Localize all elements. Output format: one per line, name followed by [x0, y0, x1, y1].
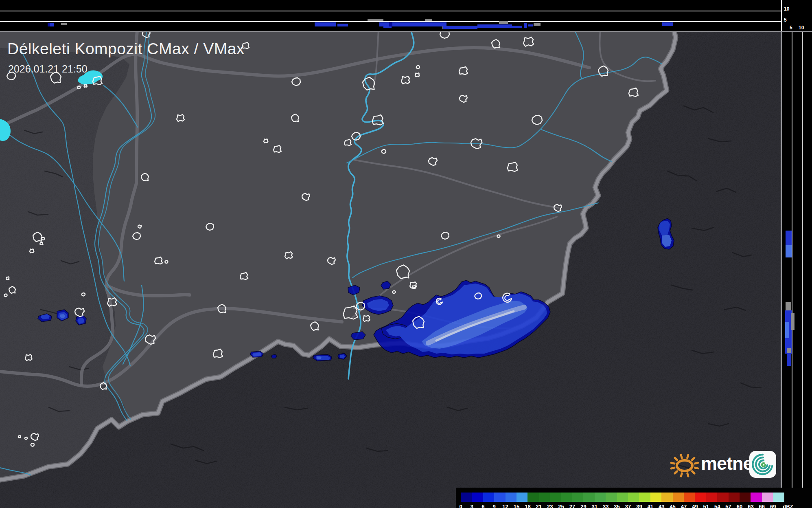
- dbz-color-scale: 0369121518212325272931333537394143454749…: [456, 488, 812, 508]
- echo-top-bar: [528, 24, 533, 26]
- legend-value: 18: [521, 504, 534, 508]
- metnet-app-icon: [749, 451, 777, 479]
- radar-composite-screen: { "header": { "title": "Délkeleti Kompoz…: [0, 0, 812, 508]
- right-axis-label-5: 5: [790, 25, 792, 30]
- sun-ray: [695, 463, 698, 464]
- sun-ray: [671, 463, 674, 464]
- sun-ray: [692, 471, 694, 473]
- legend-cell: [472, 493, 483, 502]
- legend-cell: [740, 493, 751, 502]
- metnet-logo[interactable]: metnet: [667, 447, 781, 482]
- legend-cell: [572, 493, 584, 502]
- legend-cell: [517, 493, 528, 502]
- right-gridline-10km: [802, 32, 803, 508]
- legend-cell: [583, 493, 595, 502]
- echo-side-bar: [786, 245, 792, 257]
- legend-value: 3: [466, 504, 478, 508]
- legend-value: 66: [756, 504, 768, 508]
- legend-value: 41: [644, 504, 657, 508]
- top-height-profile-panel[interactable]: [0, 0, 812, 31]
- echo-top-bar: [443, 26, 477, 29]
- legend-value: 69: [767, 504, 779, 508]
- legend-value: 57: [722, 504, 735, 508]
- sun-ray: [687, 473, 688, 476]
- legend-value: 47: [678, 504, 690, 508]
- radar-map[interactable]: [0, 0, 812, 508]
- legend-value: 0: [455, 504, 467, 508]
- echo-top-bar: [50, 23, 54, 26]
- sun-ray: [675, 458, 677, 460]
- legend-cell: [695, 493, 706, 502]
- right-gridline-5km: [792, 32, 792, 508]
- echo-top-bar: [477, 24, 512, 28]
- top-panel-right-edge: [781, 0, 782, 31]
- echo-top-bar: [512, 26, 522, 28]
- echo-top-bar: [425, 19, 432, 21]
- right-height-profile-panel[interactable]: [782, 32, 812, 508]
- timestamp: 2026.01.21 21:50: [8, 63, 88, 75]
- legend-cell: [773, 493, 784, 502]
- legend-value: 15: [510, 504, 523, 508]
- echo-low: [271, 354, 277, 358]
- legend-value: 39: [633, 504, 645, 508]
- legend-value: 9: [488, 504, 500, 508]
- sun-ray: [675, 471, 677, 473]
- sun-ray: [671, 468, 674, 468]
- page-title: Délkeleti Kompozit CMax / VMax: [7, 40, 245, 58]
- echo-top-bar: [315, 22, 336, 26]
- legend-value: 21: [533, 504, 545, 508]
- top-axis-label-5: 5: [784, 18, 787, 22]
- echo-top-bar: [534, 23, 541, 26]
- echo-side-bar: [785, 322, 789, 338]
- legend-cell: [706, 493, 718, 502]
- panel-separator-line: [0, 31, 812, 32]
- legend-value: 51: [700, 504, 712, 508]
- legend-value: 60: [733, 504, 746, 508]
- legend-cell: [606, 493, 617, 502]
- legend-value: 25: [555, 504, 567, 508]
- legend-cell: [483, 493, 495, 502]
- echo-side-bar: [786, 231, 792, 247]
- gridline-5km: [0, 21, 781, 22]
- echo-top-bar: [61, 23, 67, 25]
- legend-cell: [628, 493, 639, 502]
- legend-value: 35: [611, 504, 623, 508]
- right-axis-label-10: 10: [799, 25, 804, 30]
- sun-ray: [695, 468, 698, 468]
- legend-value: 33: [600, 504, 612, 508]
- legend-value: 43: [655, 504, 668, 508]
- legend-cell: [673, 493, 684, 502]
- legend-cell: [461, 493, 472, 502]
- sun-icon: [667, 447, 703, 482]
- legend-unit: dBZ: [782, 504, 794, 508]
- sun-ray: [692, 458, 694, 460]
- echo-top-bar: [368, 19, 383, 21]
- echo-side-bar: [787, 354, 791, 366]
- legend-cell: [751, 493, 762, 502]
- echo-top-bar: [337, 24, 348, 26]
- legend-cell: [684, 493, 695, 502]
- legend-cell: [729, 493, 740, 502]
- sun-ray: [681, 473, 682, 476]
- echo-mid: [252, 352, 262, 356]
- legend-value: 29: [577, 504, 589, 508]
- legend-cell: [561, 493, 573, 502]
- echo-side-bar: [787, 348, 791, 353]
- legend-value: 54: [711, 504, 723, 508]
- legend-cell: [494, 493, 506, 502]
- legend-cell: [650, 493, 662, 502]
- sun-ray: [687, 455, 688, 458]
- legend-cell: [639, 493, 650, 502]
- echo-top-bar: [499, 21, 508, 24]
- echo-top-bar: [389, 22, 392, 26]
- legend-value: 31: [589, 504, 601, 508]
- legend-value: 23: [544, 504, 556, 508]
- legend-value: 12: [499, 504, 512, 508]
- legend-cell: [506, 493, 517, 502]
- gridline-10km: [0, 11, 781, 11]
- legend-value: 27: [566, 504, 578, 508]
- legend-value: 37: [622, 504, 634, 508]
- echo-top-bar: [524, 23, 527, 28]
- legend-cell: [527, 493, 539, 502]
- echo-top-bar: [662, 22, 673, 26]
